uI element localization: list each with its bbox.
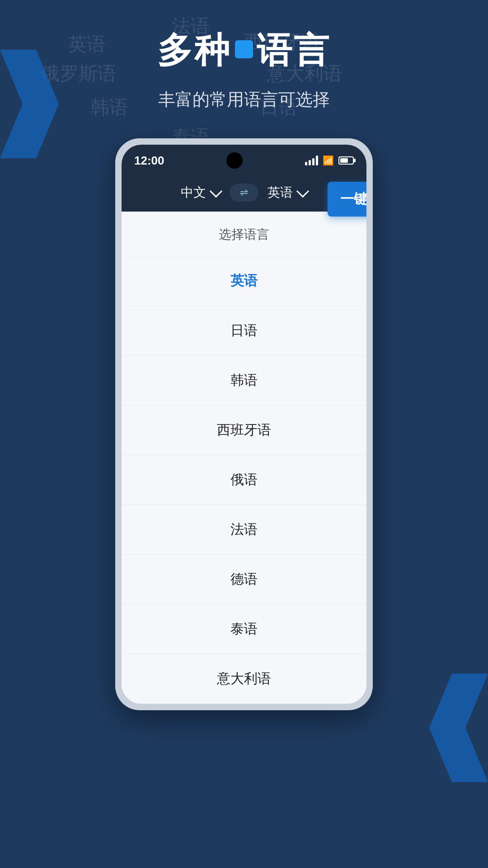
- right-chevron-decoration: [429, 674, 488, 782]
- lang-item-english[interactable]: 英语: [122, 256, 366, 306]
- battery-icon: [338, 156, 354, 165]
- phone-mockup: 12:00 📶 中文: [115, 138, 373, 710]
- status-time: 12:00: [134, 154, 164, 168]
- language-list: 选择语言 英语 日语 韩语 西班牙语 俄语 法语 德语 泰语 意大利语: [122, 212, 366, 704]
- lang-item-spanish[interactable]: 西班牙语: [122, 406, 366, 455]
- title-text: 多种: [157, 30, 231, 70]
- wifi-icon: 📶: [323, 155, 334, 166]
- title-dot-icon: [235, 40, 253, 58]
- phone-screen: 12:00 📶 中文: [122, 145, 366, 704]
- signal-icon: [305, 156, 318, 165]
- target-lang-selector[interactable]: 英语: [267, 184, 307, 201]
- signal-bar-4: [316, 156, 318, 165]
- app-toolbar: 中文 ⇌ 英语 一键切换: [122, 174, 366, 212]
- header-section: 多种语言 丰富的常用语言可选择: [0, 0, 488, 111]
- lang-item-russian[interactable]: 俄语: [122, 455, 366, 505]
- phone-mockup-wrapper: 12:00 📶 中文: [115, 138, 373, 710]
- lang-item-french[interactable]: 法语: [122, 505, 366, 555]
- swap-button[interactable]: ⇌: [230, 184, 258, 202]
- lang-item-japanese[interactable]: 日语: [122, 306, 366, 356]
- source-lang-label: 中文: [181, 184, 206, 201]
- signal-bar-1: [305, 162, 307, 165]
- target-lang-arrow-icon: [296, 185, 309, 198]
- signal-bar-3: [312, 158, 314, 165]
- source-lang-arrow-icon: [210, 185, 222, 198]
- lang-item-german[interactable]: 德语: [122, 555, 366, 604]
- main-title: 多种语言: [157, 27, 331, 75]
- status-icons: 📶: [305, 155, 354, 166]
- signal-bar-2: [309, 160, 311, 165]
- status-bar: 12:00 📶: [122, 145, 366, 174]
- swap-icon: ⇌: [240, 187, 248, 198]
- sub-title: 丰富的常用语言可选择: [0, 88, 488, 111]
- source-lang-selector[interactable]: 中文: [181, 184, 221, 201]
- one-click-switch-badge[interactable]: 一键切换: [328, 182, 366, 217]
- camera-notch: [226, 152, 243, 169]
- lang-item-italian[interactable]: 意大利语: [122, 654, 366, 704]
- title-text2: 语言: [257, 30, 331, 70]
- target-lang-label: 英语: [267, 184, 293, 201]
- lang-item-korean[interactable]: 韩语: [122, 356, 366, 406]
- lang-item-thai[interactable]: 泰语: [122, 604, 366, 654]
- svg-marker-1: [429, 674, 488, 782]
- battery-fill: [340, 158, 348, 163]
- language-list-header: 选择语言: [122, 212, 366, 256]
